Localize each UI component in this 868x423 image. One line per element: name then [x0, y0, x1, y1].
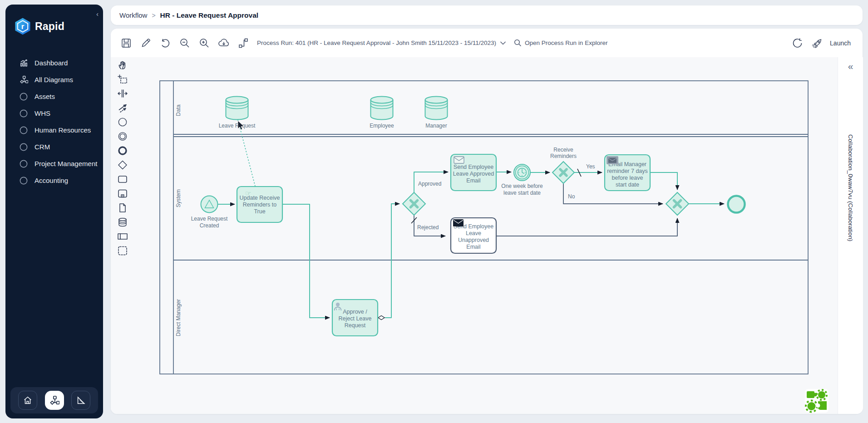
launch-label: Launch — [830, 39, 851, 47]
sidebar-item-assets[interactable]: Assets — [5, 88, 103, 105]
task-email-manager-reminder[interactable]: Email Manager reminder 7 days before lea… — [605, 155, 650, 191]
task-send-approved-email[interactable]: Send Employee Leave Approved Email — [451, 154, 496, 191]
sidebar-item-label: Accounting — [35, 177, 68, 184]
breadcrumb: Workflow > HR - Leave Request Approval — [111, 5, 863, 25]
flow-label-yes: Yes — [586, 163, 595, 170]
bpmn-canvas[interactable]: Data System Direct Manager — [111, 57, 838, 414]
task-approve-reject-leave-request[interactable]: Approve / Reject Leave Request — [332, 300, 378, 336]
flow-update-to-approve-reject[interactable] — [282, 204, 330, 318]
palette-create-data-store[interactable] — [119, 218, 126, 226]
diagrams-button[interactable] — [45, 391, 64, 410]
data-store-leave-request[interactable] — [226, 97, 248, 120]
data-store-label: Employee — [370, 123, 394, 129]
clock-icon — [518, 168, 527, 177]
save-icon — [121, 38, 132, 49]
timer-label: leave start date — [503, 190, 541, 196]
cloud-download-button[interactable] — [218, 37, 230, 49]
undo-button[interactable] — [159, 37, 171, 49]
sidebar-item-dashboard[interactable]: Dashboard — [5, 54, 103, 71]
palette-space-tool[interactable] — [118, 90, 127, 97]
message-badge-icon — [607, 156, 618, 164]
task-update-receive-reminders[interactable]: ☞ Update Receive Reminders to True — [237, 187, 282, 222]
panel-expand-icon[interactable]: « — [838, 61, 863, 72]
palette-create-data-object[interactable] — [120, 204, 125, 212]
palette-create-end-event[interactable] — [119, 147, 126, 154]
sidebar-item-label: Project Management — [35, 160, 97, 167]
filled-envelope-icon — [453, 219, 464, 226]
collaboration-label-wrap: Collaboration_0waw7vu (Collaboration) — [838, 134, 863, 241]
planning-button[interactable] — [71, 391, 90, 410]
sidebar-item-accounting[interactable]: Accounting — [5, 172, 103, 189]
palette-hand-tool[interactable] — [119, 61, 125, 69]
lane-label-system[interactable]: System — [175, 189, 182, 207]
editor-toolbar: Process Run: 401 (HR - Leave Request App… — [111, 29, 863, 57]
sidebar: ‹ r Rapid Dashboard — [5, 5, 103, 418]
flow-unapproved-to-merge[interactable] — [496, 218, 677, 236]
sidebar-item-project-management[interactable]: Project Management — [5, 155, 103, 172]
palette-create-task[interactable] — [118, 176, 127, 182]
flow-approve-reject-to-gateway[interactable] — [385, 204, 399, 318]
palette-create-subprocess[interactable] — [118, 190, 127, 197]
gateway-exclusive-approved-rejected[interactable] — [403, 192, 425, 215]
conditional-flow-marker — [378, 316, 385, 320]
sidebar-item-crm[interactable]: CRM — [5, 138, 103, 155]
sidebar-collapse-icon[interactable]: ‹ — [96, 10, 99, 18]
properties-panel-collapsed: « Collaboration_0waw7vu (Collaboration) — [838, 57, 863, 414]
collaboration-label: Collaboration_0waw7vu (Collaboration) — [847, 134, 854, 241]
sidebar-item-all-diagrams[interactable]: All Diagrams — [5, 71, 103, 88]
open-process-run-in-explorer[interactable]: Open Process Run in Explorer — [514, 39, 607, 47]
launch-button[interactable] — [811, 38, 822, 49]
zoom-in-icon — [199, 38, 210, 49]
search-icon — [514, 39, 522, 47]
send-email-icon — [454, 157, 464, 163]
gateway-merge[interactable] — [666, 192, 689, 215]
palette-lasso-tool[interactable] — [118, 75, 127, 83]
app-logo[interactable]: r Rapid — [15, 17, 64, 35]
sidebar-item-whs[interactable]: WHS — [5, 105, 103, 122]
sidebar-footer-toolbar — [10, 387, 98, 413]
data-store-employee[interactable] — [371, 97, 393, 120]
refresh-button[interactable] — [792, 37, 804, 49]
task-label: reminder 7 days — [607, 168, 648, 174]
palette-global-connect-tool[interactable] — [119, 105, 127, 113]
palette-create-start-event[interactable] — [118, 118, 126, 126]
lane-label-data[interactable]: Data — [175, 104, 182, 116]
palette-create-participant[interactable] — [118, 234, 127, 239]
start-event-leave-request-created[interactable] — [201, 196, 218, 213]
home-button[interactable] — [18, 391, 37, 410]
flow-email-manager-to-merge[interactable] — [650, 172, 677, 190]
palette-create-gateway[interactable] — [118, 161, 127, 169]
task-label: True — [254, 208, 265, 215]
diagram-icon — [19, 75, 28, 84]
data-store-manager[interactable] — [425, 97, 448, 120]
pencil-icon — [140, 38, 151, 49]
data-association[interactable] — [238, 120, 255, 186]
task-send-unapproved-email[interactable]: Send Employee Leave Unapproved Email — [451, 218, 496, 253]
process-run-selector[interactable]: Process Run: 401 (HR - Leave Request App… — [257, 39, 506, 46]
timer-event-one-week-before[interactable] — [514, 164, 530, 181]
circle-icon — [19, 109, 28, 118]
end-event[interactable] — [728, 196, 745, 213]
chevron-down-icon — [500, 41, 506, 45]
breadcrumb-section[interactable]: Workflow — [119, 11, 147, 19]
zoom-out-button[interactable] — [179, 37, 191, 49]
process-run-button[interactable] — [237, 37, 249, 49]
lane-label-direct-manager[interactable]: Direct Manager — [175, 299, 182, 336]
save-button[interactable] — [120, 37, 132, 49]
task-label: Update Receive — [240, 195, 280, 201]
task-label: Request — [345, 322, 366, 329]
undo-icon — [160, 38, 171, 49]
sidebar-item-label: All Diagrams — [35, 76, 73, 84]
gateway-receive-reminders[interactable] — [552, 162, 574, 183]
task-label: Leave Approved — [453, 171, 494, 177]
palette-create-intermediate-event[interactable] — [118, 133, 126, 140]
sidebar-item-label: Dashboard — [35, 59, 68, 67]
palette-create-group[interactable] — [118, 247, 127, 255]
timer-label: One week before — [501, 183, 543, 189]
zoom-in-button[interactable] — [198, 37, 210, 49]
process-run-icon — [238, 38, 249, 49]
edit-button[interactable] — [140, 37, 152, 49]
rocket-icon — [811, 38, 822, 49]
sidebar-item-human-resources[interactable]: Human Resources — [5, 122, 103, 138]
bpmn-io-logo[interactable] — [804, 388, 830, 414]
